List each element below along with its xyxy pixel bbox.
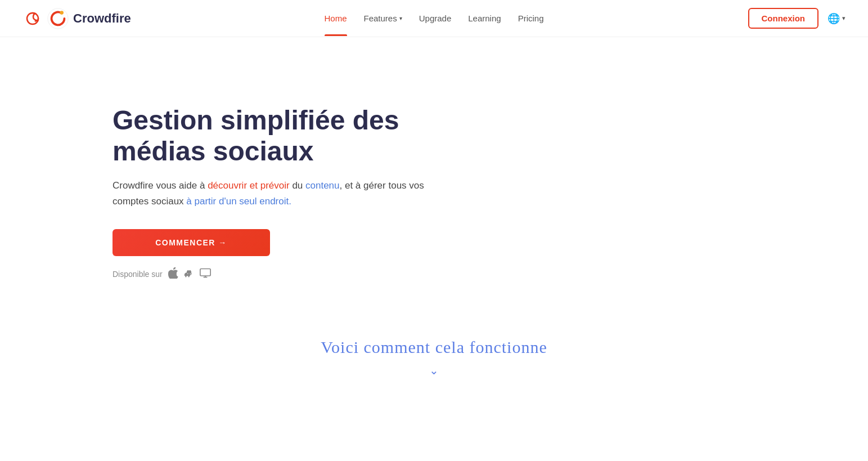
subtitle-highlight-discover: découvrir et prévoir — [208, 180, 290, 191]
available-on: Disponible sur — [113, 267, 211, 281]
nav-features[interactable]: Features ▾ — [364, 1, 402, 35]
subtitle-highlight-content: contenu — [305, 180, 340, 191]
how-it-works-section: Voici comment cela fonctionne ⌄ — [0, 315, 868, 394]
hero-subtitle: Crowdfire vous aide à découvrir et prévo… — [113, 178, 428, 208]
logo-icon — [23, 8, 43, 29]
nav-center: Home Features ▾ Upgrade Learning Pricing — [324, 1, 543, 35]
logo[interactable]: Crowdfire — [23, 8, 131, 29]
features-chevron-icon: ▾ — [399, 15, 402, 21]
logo-text: Crowdfire — [73, 11, 131, 26]
logo-icon-cf — [47, 8, 69, 29]
svg-point-2 — [60, 11, 64, 15]
commencer-button[interactable]: COMMENCER → — [113, 229, 270, 256]
svg-point-3 — [187, 273, 188, 274]
hero-section: Gestion simplifiée des médias sociaux Cr… — [113, 37, 506, 315]
svg-point-0 — [23, 8, 43, 29]
svg-rect-8 — [200, 268, 210, 276]
available-label: Disponible sur — [113, 270, 163, 279]
nav-learning[interactable]: Learning — [468, 1, 501, 35]
desktop-icon — [200, 268, 211, 281]
hero-title: Gestion simplifiée des médias sociaux — [113, 105, 450, 167]
how-it-works-title: Voici comment cela fonctionne — [321, 338, 547, 357]
subtitle-text-plain: Crowdfire vous aide à — [113, 180, 208, 191]
svg-point-4 — [190, 273, 191, 274]
connexion-button[interactable]: Connexion — [748, 8, 819, 29]
nav-right: Connexion 🌐 ▾ — [748, 8, 846, 29]
platform-icons — [168, 267, 211, 281]
globe-icon: 🌐 — [827, 12, 840, 25]
subtitle-highlight-endroit: à partir d'un seul endroit. — [186, 196, 291, 207]
android-icon — [184, 267, 194, 281]
lang-chevron-icon: ▾ — [842, 15, 845, 22]
apple-icon — [168, 267, 178, 281]
nav-upgrade[interactable]: Upgrade — [419, 1, 452, 35]
subtitle-text-du: du — [290, 180, 305, 191]
how-it-works-chevron-icon[interactable]: ⌄ — [429, 364, 439, 377]
navbar: Crowdfire Home Features ▾ Upgrade Learni… — [0, 0, 868, 37]
nav-home[interactable]: Home — [324, 1, 347, 35]
language-selector[interactable]: 🌐 ▾ — [827, 12, 845, 25]
nav-pricing[interactable]: Pricing — [518, 1, 544, 35]
